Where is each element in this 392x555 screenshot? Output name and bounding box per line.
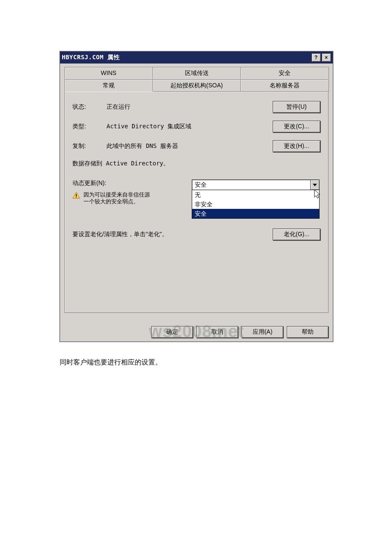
replication-label: 复制: [72, 142, 107, 150]
tab-panel-general: 状态: 正在运行 暂停(U) 类型: Active Directory 集成区域… [64, 91, 329, 313]
warning-icon [72, 191, 80, 199]
aging-text: 要设置老化/清理属性，单击"老化"。 [72, 231, 273, 238]
dynamic-update-options: 无 非安全 安全 [192, 190, 320, 219]
status-value: 正在运行 [107, 103, 273, 111]
type-value: Active Directory 集成区域 [107, 123, 273, 130]
dynamic-update-combo[interactable]: 安全 无 非安全 安全 [192, 179, 320, 191]
tab-wins[interactable]: WINS [64, 67, 153, 79]
page-caption: 同时客户端也要进行相应的设置。 [60, 358, 162, 367]
apply-button[interactable]: 应用(A) [242, 326, 283, 338]
tab-general[interactable]: 常规 [64, 79, 153, 92]
tab-security[interactable]: 安全 [240, 67, 329, 79]
replication-value: 此域中的所有 DNS 服务器 [107, 142, 273, 150]
option-none[interactable]: 无 [192, 190, 319, 199]
close-button[interactable]: × [322, 53, 331, 62]
dialog-footer: ws2008.net 确定 取消 应用(A) 帮助 [60, 323, 333, 341]
dynamic-update-selected: 安全 [192, 181, 310, 189]
window-title: HBYCRSJ.COM 属性 [62, 54, 311, 61]
properties-dialog: HBYCRSJ.COM 属性 ? × WINS 区域传送 安全 常规 起始授权机… [60, 51, 333, 342]
svg-rect-1 [76, 194, 77, 196]
option-secure[interactable]: 安全 [192, 209, 319, 218]
svg-rect-2 [76, 197, 77, 198]
help-button-footer[interactable]: 帮助 [287, 326, 329, 338]
aging-button[interactable]: 老化(G)... [273, 228, 320, 240]
warning-text: 因为可以接受来自非信任源 一个较大的安全弱点。 [84, 191, 150, 205]
tab-strip: WINS 区域传送 安全 常规 起始授权机构(SOA) 名称服务器 [64, 67, 329, 91]
tab-name-servers[interactable]: 名称服务器 [240, 79, 329, 92]
pause-button[interactable]: 暂停(U) [273, 101, 320, 113]
tab-zone-transfer[interactable]: 区域传送 [153, 67, 241, 79]
chevron-down-icon[interactable] [310, 180, 319, 190]
help-button[interactable]: ? [311, 53, 321, 62]
status-label: 状态: [72, 103, 107, 111]
titlebar: HBYCRSJ.COM 属性 ? × [60, 52, 333, 64]
option-nonsecure[interactable]: 非安全 [192, 199, 319, 209]
dynamic-update-label: 动态更新(N): [72, 179, 183, 187]
tab-soa[interactable]: 起始授权机构(SOA) [153, 79, 241, 92]
storage-note: 数据存储到 Active Directory。 [72, 160, 320, 168]
change-replication-button[interactable]: 更改(H)... [273, 140, 320, 152]
type-label: 类型: [72, 123, 107, 130]
change-type-button[interactable]: 更改(C)... [273, 121, 320, 133]
ok-button[interactable]: 确定 [151, 326, 193, 338]
cancel-button[interactable]: 取消 [196, 326, 238, 338]
